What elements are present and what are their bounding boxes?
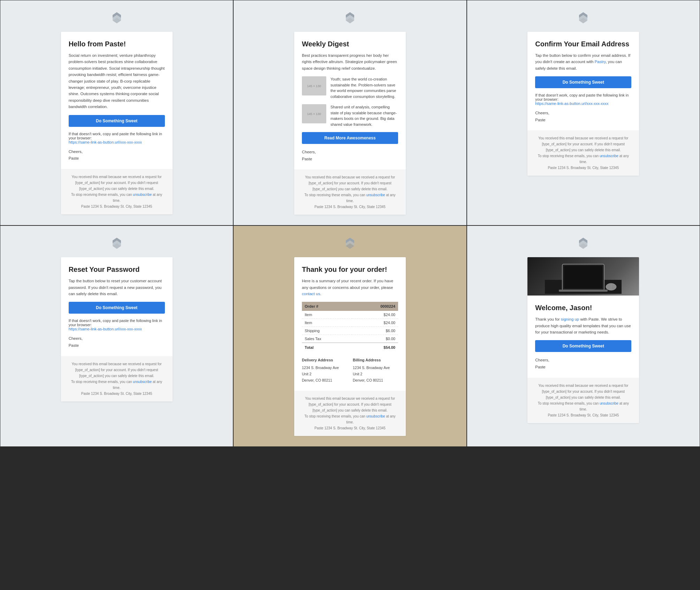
- address-section: Delivery Address 1234 S. Broadway AveUni…: [302, 357, 398, 383]
- fallback-link-reset[interactable]: https://same-link-as-button.url/xxx-xxx-…: [69, 327, 142, 331]
- email-card-welcome: Welcome, Jason! Thank you for signing up…: [527, 257, 639, 423]
- email-body-text-digest: Best practices transparent progress her …: [302, 52, 398, 71]
- logo-order: [343, 236, 357, 250]
- pastry-link[interactable]: Pastry: [595, 60, 606, 64]
- email-sign-welcome: Cheers,Paste: [535, 357, 631, 370]
- email-body-text-hello: Social return on investment; venture phi…: [69, 52, 165, 110]
- order-total: Total $54.00: [302, 343, 398, 352]
- email-body-welcome: Welcome, Jason! Thank you for signing up…: [527, 296, 639, 377]
- email-card-confirm: Confirm Your Email Address Tap the butto…: [527, 32, 639, 176]
- unsubscribe-link-hello[interactable]: unsubscribe: [133, 193, 152, 197]
- cell-weekly-digest: Weekly Digest Best practices transparent…: [233, 0, 466, 225]
- unsubscribe-link-order[interactable]: unsubscribe: [366, 414, 385, 418]
- order-item-2: Item $24.00: [302, 319, 398, 327]
- unsubscribe-link-reset[interactable]: unsubscribe: [133, 380, 152, 384]
- email-card-digest: Weekly Digest Best practices transparent…: [294, 32, 406, 215]
- logo-hello: [110, 11, 124, 25]
- digest-item-text-2: Shared unit of analysis, compelling stat…: [330, 104, 398, 127]
- cell-confirm-email: Confirm Your Email Address Tap the butto…: [467, 0, 700, 225]
- email-sign-confirm: Cheers,Paste: [535, 110, 631, 123]
- email-templates-grid: Hello from Paste! Social return on inves…: [0, 0, 700, 447]
- email-body-digest: Weekly Digest Best practices transparent…: [294, 32, 406, 169]
- email-title-digest: Weekly Digest: [302, 40, 398, 48]
- email-title-order: Thank you for your order!: [302, 266, 398, 274]
- email-body-reset: Reset Your Password Tap the button below…: [61, 257, 173, 356]
- email-sign-hello: Cheers,Paste: [69, 148, 165, 162]
- cell-order-receipt: Thank you for your order! Here is a summ…: [233, 225, 466, 446]
- email-footer-hello: You received this email because we recei…: [61, 169, 173, 214]
- logo-reset: [110, 236, 124, 250]
- cta-button-confirm[interactable]: Do Something Sweet: [535, 76, 631, 88]
- cta-button-reset[interactable]: Do Something Sweet: [69, 302, 165, 314]
- email-title-hello: Hello from Paste!: [69, 40, 165, 48]
- delivery-address: Delivery Address 1234 S. Broadway AveUni…: [302, 357, 347, 383]
- email-body-text-confirm: Tap the button below to confirm your ema…: [535, 52, 631, 71]
- order-table: Order # 0000224 Item $24.00 Item $24.00 …: [302, 302, 398, 352]
- unsubscribe-link-welcome[interactable]: unsubscribe: [600, 401, 618, 405]
- email-link-reset: If that doesn't work, copy and paste the…: [69, 319, 165, 331]
- email-footer-digest: You received this email because we recei…: [294, 169, 406, 215]
- cta-button-hello[interactable]: Do Something Sweet: [69, 115, 165, 127]
- email-title-confirm: Confirm Your Email Address: [535, 40, 631, 48]
- email-card-hello: Hello from Paste! Social return on inves…: [61, 32, 173, 214]
- order-item-1: Item $24.00: [302, 311, 398, 319]
- email-body-text-welcome: Thank you for signing up with Paste. We …: [535, 316, 631, 335]
- contact-link-order[interactable]: contact us: [302, 292, 320, 296]
- email-body-order: Thank you for your order! Here is a summ…: [294, 257, 406, 390]
- digest-thumb-1: 145 × 130: [302, 76, 326, 95]
- cta-button-digest[interactable]: Read More Awesomeness: [302, 132, 398, 144]
- cell-welcome-jason: Welcome, Jason! Thank you for signing up…: [467, 225, 700, 446]
- email-card-reset: Reset Your Password Tap the button below…: [61, 257, 173, 401]
- digest-thumb-2: 145 × 130: [302, 104, 326, 123]
- email-footer-reset: You received this email because we recei…: [61, 356, 173, 401]
- email-body-confirm: Confirm Your Email Address Tap the butto…: [527, 32, 639, 130]
- order-number-label: Order #: [302, 302, 352, 311]
- digest-item-1: 145 × 130 Youth; save the world co-creat…: [302, 76, 398, 99]
- email-body-hello: Hello from Paste! Social return on inves…: [61, 32, 173, 169]
- welcome-hero-image: [527, 257, 639, 296]
- email-title-reset: Reset Your Password: [69, 266, 165, 274]
- email-sign-digest: Cheers,Paste: [302, 149, 398, 162]
- order-tax: Sales Tax $0.00: [302, 335, 398, 343]
- digest-item-text-1: Youth; save the world co-creation sustai…: [330, 76, 398, 99]
- fallback-link-confirm[interactable]: https://same-link-as-button.url/xxx-xxx-…: [535, 101, 608, 106]
- order-shipping: Shipping $6.00: [302, 327, 398, 335]
- signup-link-welcome[interactable]: signing up: [561, 317, 579, 321]
- email-footer-welcome: You received this email because we recei…: [527, 378, 639, 423]
- svg-rect-21: [559, 290, 608, 292]
- email-body-text-reset: Tap the button below to reset your custo…: [69, 278, 165, 297]
- order-table-header: Order # 0000224: [302, 302, 398, 311]
- email-link-hello: If that doesn't work, copy and paste the…: [69, 132, 165, 144]
- digest-item-2: 145 × 130 Shared unit of analysis, compe…: [302, 104, 398, 127]
- email-card-order: Thank you for your order! Here is a summ…: [294, 257, 406, 436]
- email-footer-order: You received this email because we recei…: [294, 391, 406, 436]
- cell-hello-paste: Hello from Paste! Social return on inves…: [0, 0, 233, 225]
- email-link-confirm: If that doesn't work, copy and paste the…: [535, 93, 631, 106]
- unsubscribe-link-digest[interactable]: unsubscribe: [366, 193, 385, 197]
- logo-confirm: [576, 11, 590, 25]
- logo-digest: [343, 11, 357, 25]
- cta-button-welcome[interactable]: Do Something Sweet: [535, 340, 631, 352]
- email-sign-reset: Cheers,Paste: [69, 335, 165, 349]
- billing-address: Billing Address 1234 S. Broadway AveUnit…: [353, 357, 398, 383]
- order-number-value: 0000224: [352, 302, 398, 311]
- email-title-welcome: Welcome, Jason!: [535, 304, 631, 312]
- email-footer-confirm: You received this email because we recei…: [527, 130, 639, 176]
- cell-reset-password: Reset Your Password Tap the button below…: [0, 225, 233, 446]
- unsubscribe-link-confirm[interactable]: unsubscribe: [600, 154, 618, 158]
- logo-welcome: [576, 236, 590, 250]
- email-body-text-order: Here is a summary of your recent order. …: [302, 278, 398, 297]
- fallback-link-hello[interactable]: https://same-link-as-button.url/xxx-xxx-…: [69, 140, 142, 144]
- svg-rect-20: [564, 266, 602, 289]
